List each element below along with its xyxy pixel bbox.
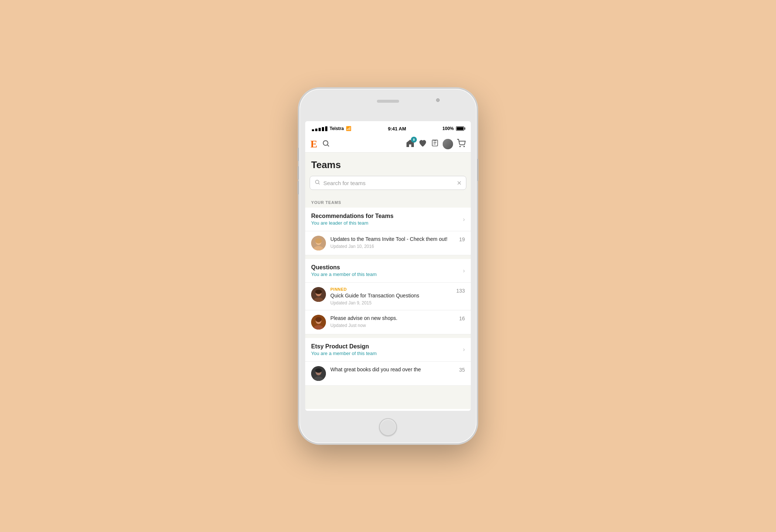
search-icon	[314, 179, 320, 187]
svg-line-8	[319, 183, 320, 184]
clock: 9:41 AM	[388, 126, 406, 132]
thread-item-new-shops[interactable]: Please advise on new shops. Updated Just…	[305, 310, 471, 334]
thread-count-new-shops: 16	[459, 315, 465, 321]
top-navigation: E 8	[305, 136, 471, 153]
thread-item-great-books[interactable]: What great books did you read over the 3…	[305, 362, 471, 386]
team-role-product-design: You are a member of this team	[311, 351, 463, 356]
status-right: 100%	[442, 126, 464, 131]
thread-avatar-dark	[311, 287, 326, 302]
thread-avatar-blonde	[311, 236, 326, 250]
thread-title-quick-guide: Quick Guide for Transaction Questions	[330, 292, 452, 299]
team-header-product-design[interactable]: Etsy Product Design You are a member of …	[305, 338, 471, 362]
thread-item-invite-tool[interactable]: Updates to the Teams Invite Tool - Check…	[305, 231, 471, 255]
content-area: Teams Search for teams ✕	[305, 153, 471, 409]
battery-icon	[456, 126, 464, 131]
search-bar[interactable]: Search for teams ✕	[310, 176, 466, 190]
thread-content-quick-guide: Pinned Quick Guide for Transaction Quest…	[330, 287, 452, 306]
battery-percent: 100%	[442, 126, 454, 131]
search-clear-icon[interactable]: ✕	[457, 180, 462, 187]
thread-count-great-books: 35	[459, 366, 465, 373]
camera	[436, 98, 440, 102]
team-group-recommendations: Recommendations for Teams You are leader…	[305, 208, 471, 255]
chevron-icon-questions: ›	[463, 267, 465, 274]
status-left: Telstra 📶	[312, 126, 351, 131]
svg-point-5	[460, 146, 460, 147]
page-title: Teams	[311, 159, 465, 171]
favorites-icon[interactable]	[418, 139, 427, 149]
chevron-icon-product-design: ›	[463, 346, 465, 353]
search-input[interactable]: Search for teams	[323, 180, 454, 186]
team-info-product-design: Etsy Product Design You are a member of …	[311, 343, 463, 356]
thread-content-new-shops: Please advise on new shops. Updated Just…	[330, 315, 455, 328]
team-name-product-design: Etsy Product Design	[311, 343, 463, 350]
svg-point-6	[464, 146, 464, 147]
svg-line-1	[327, 145, 329, 146]
thread-title-great-books: What great books did you read over the	[330, 366, 455, 373]
thread-item-quick-guide[interactable]: Pinned Quick Guide for Transaction Quest…	[305, 283, 471, 310]
svg-point-0	[323, 140, 328, 145]
thread-content-great-books: What great books did you read over the	[330, 366, 455, 374]
divider-2	[305, 334, 471, 338]
team-info-recommendations: Recommendations for Teams You are leader…	[311, 213, 463, 226]
thread-updated-invite-tool: Updated Jan 10, 2016	[330, 244, 455, 249]
phone-shell: Telstra 📶 9:41 AM 100% E	[299, 89, 477, 443]
pinned-label-quick-guide: Pinned	[330, 287, 452, 291]
thread-updated-quick-guide: Updated Jan 9, 2015	[330, 300, 452, 306]
team-name-recommendations: Recommendations for Teams	[311, 213, 463, 219]
team-group-product-design: Etsy Product Design You are a member of …	[305, 338, 471, 386]
team-group-questions: Questions You are a member of this team …	[305, 259, 471, 334]
earpiece	[377, 100, 399, 103]
team-info-questions: Questions You are a member of this team	[311, 264, 463, 277]
page-title-section: Teams	[305, 153, 471, 176]
thread-count-quick-guide: 133	[456, 287, 465, 294]
signal-icon	[312, 126, 327, 131]
svg-point-12	[315, 238, 322, 243]
thread-avatar-dark3	[311, 366, 326, 381]
screen: Telstra 📶 9:41 AM 100% E	[305, 121, 471, 411]
nav-icons: 8	[406, 139, 466, 149]
thread-title-invite-tool: Updates to the Teams Invite Tool - Check…	[330, 236, 455, 243]
svg-point-23	[315, 368, 322, 373]
team-role-recommendations: You are leader of this team	[311, 220, 463, 226]
thread-count-invite-tool: 19	[459, 236, 465, 242]
chevron-icon-recommendations: ›	[463, 216, 465, 223]
home-badge: 8	[411, 137, 417, 143]
home-button[interactable]	[379, 418, 397, 436]
team-header-recommendations[interactable]: Recommendations for Teams You are leader…	[305, 208, 471, 231]
team-header-questions[interactable]: Questions You are a member of this team …	[305, 259, 471, 283]
wifi-icon: 📶	[346, 126, 351, 131]
section-header: YOUR TEAMS	[305, 195, 471, 208]
section-label: YOUR TEAMS	[311, 200, 341, 205]
thread-updated-new-shops: Updated Just now	[330, 323, 455, 328]
team-name-questions: Questions	[311, 264, 463, 271]
etsy-logo[interactable]: E	[310, 139, 317, 149]
svg-point-7	[316, 180, 319, 184]
carrier-label: Telstra	[330, 126, 344, 131]
user-avatar[interactable]	[443, 139, 453, 149]
search-bar-container: Search for teams ✕	[305, 176, 471, 195]
thread-title-new-shops: Please advise on new shops.	[330, 315, 455, 322]
search-nav-icon[interactable]	[322, 139, 330, 149]
svg-point-16	[315, 290, 322, 294]
cart-clipboard-icon[interactable]	[431, 139, 439, 149]
home-icon[interactable]: 8	[406, 139, 415, 149]
status-bar: Telstra 📶 9:41 AM 100%	[305, 121, 471, 136]
thread-content-invite-tool: Updates to the Teams Invite Tool - Check…	[330, 236, 455, 249]
cart-icon[interactable]	[457, 139, 466, 149]
thread-avatar-dark2	[311, 315, 326, 330]
team-role-questions: You are a member of this team	[311, 272, 463, 277]
scene: Telstra 📶 9:41 AM 100% E	[0, 0, 776, 532]
divider-1	[305, 255, 471, 259]
